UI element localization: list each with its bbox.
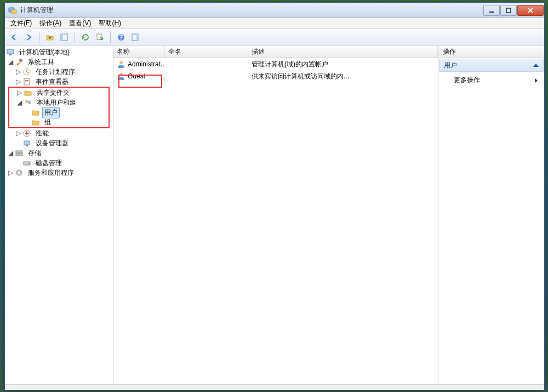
svg-point-21: [28, 101, 31, 104]
list-row[interactable]: Administrat... 管理计算机(域)的内置帐户: [113, 58, 438, 70]
users-groups-icon: [24, 98, 32, 107]
panel-tree-icon: [60, 33, 68, 42]
tree-root[interactable]: 计算机管理(本地): [5, 47, 113, 57]
tree-device-manager[interactable]: ▷ 设备管理器: [5, 138, 113, 148]
main-content: 计算机管理(本地) ◢ 系统工具 ▷ 任务计划程序 ▷: [5, 46, 544, 384]
panel-action-icon: [131, 33, 140, 42]
svg-text:?: ?: [119, 33, 123, 41]
tree-system-tools[interactable]: ◢ 系统工具: [5, 57, 113, 67]
svg-point-15: [19, 59, 22, 62]
tree-pane[interactable]: 计算机管理(本地) ◢ 系统工具 ▷ 任务计划程序 ▷: [5, 46, 113, 384]
device-icon: [22, 139, 31, 147]
user-icon: [117, 72, 125, 81]
storage-icon: [15, 149, 24, 157]
toolbar-separator: [110, 32, 111, 43]
folder-icon: [31, 108, 40, 117]
arrow-left-icon: [10, 33, 19, 42]
menu-view[interactable]: 查看(V): [66, 18, 94, 29]
export-list-button[interactable]: [94, 31, 106, 43]
up-level-button[interactable]: [44, 31, 56, 43]
clock-icon: [22, 67, 31, 76]
app-window: 计算机管理 文件(F) 操作(A) 查看(V) 帮助(H): [4, 2, 545, 390]
svg-rect-8: [97, 34, 101, 39]
folder-icon: [31, 118, 40, 127]
tree-task-scheduler[interactable]: ▷ 任务计划程序: [5, 67, 113, 77]
show-hide-action-pane-button[interactable]: [129, 31, 141, 43]
svg-rect-12: [136, 34, 139, 41]
svg-rect-23: [24, 141, 30, 145]
list-body[interactable]: Administrat... 管理计算机(域)的内置帐户 Guest 供来宾访问…: [113, 58, 438, 384]
actions-context-header[interactable]: 用户: [439, 59, 544, 72]
tree-shared-folders[interactable]: ▷ 共享文件夹: [9, 88, 109, 98]
tree-local-users-groups[interactable]: ◢ 本地用户和组: [9, 98, 109, 107]
svg-rect-18: [25, 80, 28, 81]
tree-disk-management[interactable]: ▷ 磁盘管理: [5, 158, 113, 168]
menubar: 文件(F) 操作(A) 查看(V) 帮助(H): [5, 18, 544, 29]
tree-performance[interactable]: ▷ 性能: [5, 128, 113, 138]
export-icon: [95, 33, 104, 42]
app-icon: [8, 6, 17, 15]
column-name[interactable]: 名称: [113, 46, 165, 58]
show-hide-tree-button[interactable]: [58, 31, 70, 43]
svg-point-30: [18, 172, 20, 174]
nav-back-button[interactable]: [8, 31, 20, 43]
collapse-up-icon: [533, 64, 539, 67]
nav-forward-button[interactable]: [22, 31, 35, 43]
tree-event-viewer[interactable]: ▷ 事件查看器: [5, 77, 113, 87]
help-button[interactable]: ?: [115, 31, 127, 43]
column-description[interactable]: 描述: [248, 46, 438, 58]
up-folder-icon: [45, 33, 54, 42]
menu-file[interactable]: 文件(F): [7, 18, 35, 29]
titlebar[interactable]: 计算机管理: [5, 3, 544, 18]
statusbar: [5, 384, 544, 390]
services-icon: [15, 168, 24, 177]
svg-rect-14: [9, 54, 12, 55]
action-more[interactable]: 更多操作: [438, 72, 544, 88]
toolbar: ?: [5, 29, 544, 46]
svg-point-32: [119, 73, 123, 76]
collapse-icon[interactable]: ◢: [7, 59, 14, 65]
expand-icon[interactable]: ▷: [15, 78, 21, 85]
tools-icon: [15, 58, 24, 66]
expand-icon[interactable]: ▷: [7, 169, 14, 176]
maximize-icon: [506, 8, 511, 13]
svg-rect-25: [16, 151, 22, 153]
svg-point-28: [28, 163, 30, 164]
svg-point-31: [119, 61, 123, 64]
help-icon: ?: [117, 33, 125, 42]
toolbar-separator: [75, 32, 75, 43]
close-button[interactable]: [517, 5, 544, 16]
tree-storage[interactable]: ◢ 存储: [5, 148, 113, 158]
svg-rect-24: [26, 145, 28, 146]
refresh-button[interactable]: [79, 31, 92, 43]
performance-icon: [22, 129, 31, 138]
user-icon: [117, 60, 125, 69]
tree-services-apps[interactable]: ▷ 服务和应用程序: [5, 168, 113, 178]
maximize-button[interactable]: [500, 5, 517, 16]
window-title: 计算机管理: [20, 5, 53, 15]
svg-rect-7: [61, 34, 63, 41]
collapse-icon[interactable]: ◢: [16, 99, 22, 106]
svg-rect-3: [506, 8, 511, 13]
list-row[interactable]: Guest 供来宾访问计算机或访问域的内...: [113, 70, 438, 82]
svg-rect-26: [16, 154, 22, 156]
expand-icon[interactable]: ▷: [15, 69, 21, 75]
shared-folder-icon: [24, 88, 32, 97]
actions-pane-header: 操作: [438, 46, 544, 58]
expand-icon[interactable]: ▷: [16, 89, 22, 96]
refresh-icon: [81, 33, 90, 42]
menu-help[interactable]: 帮助(H): [95, 18, 124, 29]
event-icon: [22, 77, 31, 86]
tree-users[interactable]: ▷ 用户: [9, 107, 109, 117]
annotation-highlight-tree: ▷ 共享文件夹 ◢ 本地用户和组 ▷ 用户: [8, 87, 110, 128]
svg-rect-19: [25, 82, 28, 82]
collapse-icon[interactable]: ◢: [7, 150, 14, 156]
tree-groups[interactable]: ▷ 组: [9, 117, 109, 127]
minimize-button[interactable]: [483, 5, 500, 16]
svg-rect-13: [7, 49, 14, 54]
menu-action[interactable]: 操作(A): [36, 18, 65, 29]
column-fullname[interactable]: 全名: [165, 46, 248, 58]
expand-icon[interactable]: ▷: [15, 130, 21, 137]
chevron-right-icon: [535, 78, 538, 83]
disk-icon: [22, 158, 31, 167]
